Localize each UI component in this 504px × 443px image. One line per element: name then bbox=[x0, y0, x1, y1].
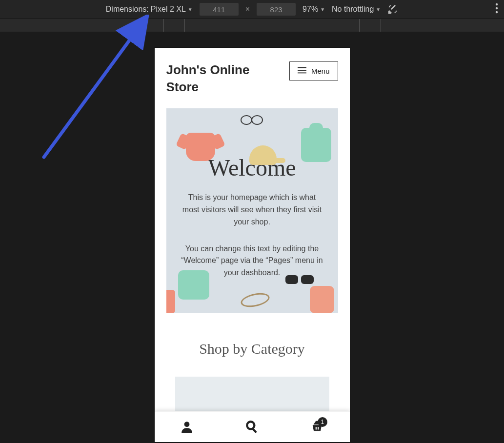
hero-paragraph-1: This is your homepage which is what most… bbox=[180, 192, 324, 228]
svg-rect-4 bbox=[298, 70, 306, 71]
basket-icon bbox=[311, 427, 323, 434]
svg-rect-5 bbox=[298, 73, 306, 74]
hero-section: Welcome This is your homepage which is w… bbox=[166, 108, 338, 313]
user-icon bbox=[181, 427, 193, 434]
product-illustration-cap bbox=[249, 145, 277, 165]
svg-point-7 bbox=[247, 422, 255, 429]
zoom-dropdown[interactable]: 97% ▼ bbox=[302, 5, 325, 14]
product-illustration-jacket bbox=[178, 270, 209, 300]
account-button[interactable] bbox=[181, 420, 193, 434]
product-illustration-sunglasses bbox=[285, 274, 314, 286]
ruler-bar bbox=[0, 19, 504, 32]
category-card[interactable] bbox=[175, 377, 329, 411]
svg-rect-3 bbox=[298, 67, 306, 68]
svg-point-6 bbox=[184, 422, 190, 427]
height-input[interactable] bbox=[257, 3, 296, 16]
dimensions-dropdown[interactable]: Dimensions: Pixel 2 XL ▼ bbox=[106, 5, 193, 14]
bottom-nav: 1 bbox=[155, 411, 350, 442]
site-header: John's Online Store Menu bbox=[155, 48, 350, 100]
dimension-separator: × bbox=[245, 5, 250, 14]
device-name: Pixel 2 XL bbox=[151, 5, 186, 14]
svg-rect-9 bbox=[316, 427, 317, 429]
dimensions-label: Dimensions: bbox=[106, 5, 149, 14]
svg-point-1 bbox=[496, 7, 498, 9]
svg-rect-8 bbox=[252, 428, 258, 433]
svg-point-2 bbox=[496, 11, 498, 13]
devtools-device-toolbar: Dimensions: Pixel 2 XL ▼ × 97% ▼ No thro… bbox=[0, 0, 504, 19]
product-illustration-belt bbox=[239, 291, 270, 309]
product-illustration-shirt bbox=[166, 290, 175, 313]
throttling-value: No throttling bbox=[332, 5, 374, 14]
search-button[interactable] bbox=[245, 420, 258, 434]
product-illustration-sweater bbox=[301, 128, 331, 162]
menu-label: Menu bbox=[311, 67, 330, 75]
chevron-down-icon: ▼ bbox=[320, 7, 325, 12]
menu-button[interactable]: Menu bbox=[289, 61, 338, 81]
site-title[interactable]: John's Online Store bbox=[166, 61, 283, 96]
more-options-button[interactable] bbox=[495, 3, 498, 16]
cart-button[interactable]: 1 bbox=[311, 420, 323, 434]
width-input[interactable] bbox=[200, 3, 239, 16]
chevron-down-icon: ▼ bbox=[188, 7, 193, 12]
svg-point-0 bbox=[496, 3, 498, 5]
device-viewport: John's Online Store Menu Welcome bbox=[155, 48, 350, 442]
product-illustration-hoodie bbox=[310, 286, 334, 313]
search-icon bbox=[245, 427, 258, 434]
product-illustration-tshirt bbox=[186, 133, 215, 161]
product-illustration-glasses bbox=[241, 115, 263, 125]
throttling-dropdown[interactable]: No throttling ▼ bbox=[332, 5, 381, 14]
cart-count-badge: 1 bbox=[318, 417, 327, 427]
rotate-button[interactable] bbox=[387, 4, 398, 15]
category-section: Shop by Category bbox=[155, 313, 350, 411]
svg-rect-10 bbox=[318, 427, 319, 429]
chevron-down-icon: ▼ bbox=[376, 7, 381, 12]
category-heading: Shop by Category bbox=[166, 341, 338, 357]
hamburger-icon bbox=[298, 67, 306, 75]
zoom-value: 97% bbox=[302, 5, 318, 14]
